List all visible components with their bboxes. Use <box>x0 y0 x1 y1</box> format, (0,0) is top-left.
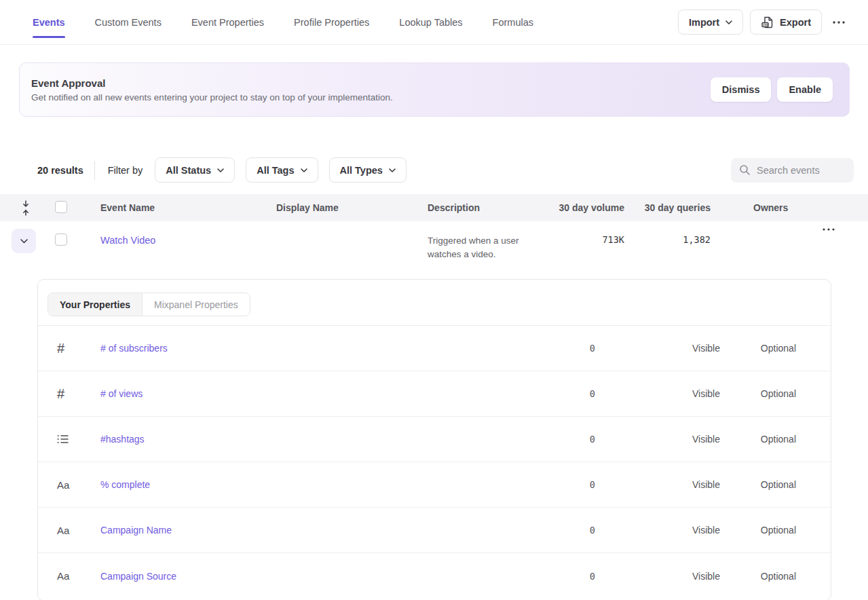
tags-filter-label: All Tags <box>257 165 294 176</box>
tab-formulas[interactable]: Formulas <box>493 0 533 44</box>
text-type-icon: Aa <box>57 525 69 536</box>
ellipsis-icon <box>823 228 835 231</box>
banner-text: Event Approval Get notified on all new e… <box>31 77 393 102</box>
banner-title: Event Approval <box>31 77 393 89</box>
number-type-icon: # <box>57 341 64 356</box>
events-table-header: Event Name Display Name Description 30 d… <box>0 194 868 221</box>
top-nav: Events Custom Events Event Properties Pr… <box>0 0 868 45</box>
property-name-link[interactable]: # of subscribers <box>100 343 168 354</box>
description-cell: Triggered when a user watches a video. <box>428 234 540 261</box>
property-row: Aa Campaign Name 0 Visible Optional <box>38 508 831 553</box>
types-filter-dropdown[interactable]: All Types <box>329 157 407 183</box>
column-header-owners: Owners <box>711 202 800 213</box>
filter-by-label: Filter by <box>108 165 143 176</box>
text-type-icon: Aa <box>57 570 69 582</box>
queries-30d-cell: 1,382 <box>624 221 711 245</box>
results-count: 20 results <box>37 165 83 176</box>
property-visibility: Visible <box>595 343 720 354</box>
owners-cell <box>711 221 800 234</box>
list-type-icon <box>57 434 69 444</box>
property-volume: 0 <box>527 571 595 582</box>
display-name-cell <box>276 221 428 234</box>
column-header-30-day-queries: 30 day queries <box>624 202 711 213</box>
text-type-icon: Aa <box>57 479 69 491</box>
property-requirement: Optional <box>720 479 796 490</box>
property-name-link[interactable]: Campaign Name <box>100 525 172 536</box>
tab-profile-properties[interactable]: Profile Properties <box>294 0 369 44</box>
row-more-options-button[interactable] <box>818 228 839 231</box>
collapse-all-button[interactable] <box>10 200 42 216</box>
table-row-watch-video: Watch Video Triggered when a user watche… <box>0 221 868 279</box>
property-requirement: Optional <box>720 434 796 445</box>
tab-your-properties[interactable]: Your Properties <box>48 293 143 316</box>
banner-description: Get notified on all new events entering … <box>31 92 393 102</box>
import-button[interactable]: Import <box>678 10 743 35</box>
search-events-box <box>731 158 854 183</box>
chevron-down-icon <box>301 168 307 172</box>
number-type-icon: # <box>57 386 64 402</box>
status-filter-dropdown[interactable]: All Status <box>155 157 235 183</box>
column-header-30-day-volume: 30 day volume <box>556 202 624 213</box>
banner-actions: Dismiss Enable <box>711 77 833 102</box>
row-expander-button[interactable] <box>12 229 36 253</box>
chevron-down-icon <box>217 168 224 172</box>
chevron-down-icon <box>389 168 396 172</box>
lexicon-events-page: Events Custom Events Event Properties Pr… <box>0 0 868 600</box>
divider <box>94 161 95 180</box>
property-name-link[interactable]: % complete <box>100 479 150 490</box>
search-events-input[interactable] <box>757 165 846 176</box>
volume-30d-cell: 713K <box>556 221 624 245</box>
event-name-link[interactable]: Watch Video <box>100 235 155 246</box>
property-visibility: Visible <box>595 571 720 582</box>
row-checkbox[interactable] <box>55 233 67 246</box>
export-button[interactable]: csv Export <box>750 10 822 35</box>
property-requirement: Optional <box>720 388 796 399</box>
enable-button[interactable]: Enable <box>777 77 833 102</box>
property-volume: 0 <box>527 479 595 490</box>
properties-panel: Your Properties Mixpanel Properties # # … <box>37 279 831 600</box>
topbar-actions: Import csv Export <box>678 0 849 44</box>
property-visibility: Visible <box>595 525 720 536</box>
property-name-link[interactable]: Campaign Source <box>100 571 176 582</box>
property-volume: 0 <box>527 525 595 536</box>
property-name-link[interactable]: # of views <box>100 388 143 399</box>
csv-file-icon: csv <box>761 16 774 29</box>
property-name-link[interactable]: #hashtags <box>100 434 145 445</box>
property-row: # # of views 0 Visible Optional <box>38 371 831 417</box>
property-requirement: Optional <box>720 343 796 354</box>
export-button-label: Export <box>780 17 811 28</box>
tab-events[interactable]: Events <box>33 0 65 44</box>
tab-mixpanel-properties[interactable]: Mixpanel Properties <box>143 293 250 316</box>
select-all-checkbox[interactable] <box>55 201 67 213</box>
filter-bar: 20 results Filter by All Status All Tags… <box>0 157 868 183</box>
tab-event-properties[interactable]: Event Properties <box>191 0 264 44</box>
svg-text:csv: csv <box>763 23 768 26</box>
property-volume: 0 <box>527 434 595 445</box>
collapse-rows-icon <box>22 200 30 216</box>
property-volume: 0 <box>527 388 595 399</box>
property-requirement: Optional <box>720 571 796 582</box>
property-row: # # of subscribers 0 Visible Optional <box>38 326 831 371</box>
import-button-label: Import <box>689 17 719 28</box>
property-visibility: Visible <box>595 479 720 490</box>
tab-custom-events[interactable]: Custom Events <box>95 0 162 44</box>
tags-filter-dropdown[interactable]: All Tags <box>246 157 318 183</box>
filter-dropdowns: All Status All Tags All Types <box>155 157 407 183</box>
search-icon <box>739 164 751 176</box>
column-header-description: Description <box>428 202 556 213</box>
properties-tab-group: Your Properties Mixpanel Properties <box>48 293 250 316</box>
property-row: Aa Campaign Source 0 Visible Optional <box>38 553 831 599</box>
property-row: Aa % complete 0 Visible Optional <box>38 462 831 508</box>
property-visibility: Visible <box>595 388 720 399</box>
property-visibility: Visible <box>595 434 720 445</box>
column-header-display-name: Display Name <box>276 202 428 213</box>
property-row: #hashtags 0 Visible Optional <box>38 417 831 462</box>
types-filter-label: All Types <box>340 165 383 176</box>
ellipsis-icon <box>833 21 845 24</box>
dismiss-button[interactable]: Dismiss <box>711 77 772 102</box>
more-options-button[interactable] <box>829 21 849 24</box>
chevron-down-icon <box>20 239 28 244</box>
tab-lookup-tables[interactable]: Lookup Tables <box>399 0 462 44</box>
chevron-down-icon <box>725 20 732 24</box>
column-header-event-name: Event Name <box>100 202 276 213</box>
